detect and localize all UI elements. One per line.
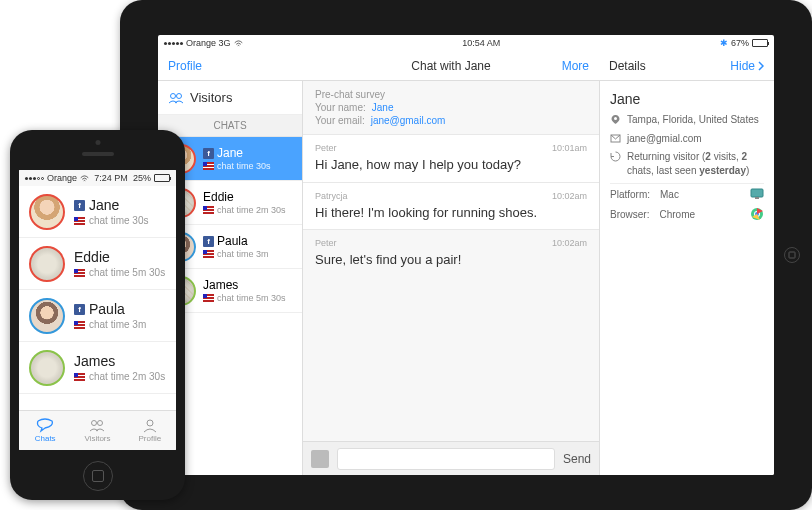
signal-dots-icon <box>25 177 44 180</box>
location-value: Tampa, Florida, United States <box>627 113 759 127</box>
platform-label: Platform: <box>610 189 650 200</box>
flag-icon <box>74 373 85 381</box>
chat-subtitle: chat time 3m <box>217 249 269 259</box>
returning-text: Returning visitor (2 visits, 2 chats, la… <box>627 150 764 177</box>
msg-from: Peter <box>315 238 337 248</box>
facebook-icon: f <box>203 148 214 159</box>
chat-name: James <box>74 353 115 369</box>
avatar <box>29 194 65 230</box>
details-panel: Jane Tampa, Florida, United States jane@… <box>599 81 774 475</box>
msg-text: Hi there! I'm looking for running shoes. <box>315 204 587 222</box>
status-time: 10:54 AM <box>243 38 720 48</box>
profile-link[interactable]: Profile <box>168 59 202 73</box>
list-item[interactable]: fPaulachat time 3m <box>19 290 176 342</box>
chat-name: James <box>203 278 238 292</box>
chats-icon <box>36 418 54 433</box>
tab-label: Chats <box>35 434 56 443</box>
avatar <box>29 350 65 386</box>
list-item[interactable]: fJanechat time 30s <box>19 186 176 238</box>
svg-point-9 <box>98 421 103 426</box>
flag-icon <box>74 217 85 225</box>
iphone-camera <box>95 140 100 145</box>
status-time: 7:24 PM <box>89 173 133 183</box>
send-button[interactable]: Send <box>563 452 591 466</box>
chat-subtitle: chat time 5m 30s <box>217 293 286 303</box>
battery-percent: 67% <box>731 38 749 48</box>
flag-icon <box>74 321 85 329</box>
message-input[interactable] <box>337 448 555 470</box>
chats-section-header: CHATS <box>158 115 302 137</box>
email-icon <box>610 133 621 144</box>
svg-rect-4 <box>755 197 759 199</box>
more-link[interactable]: More <box>562 59 589 73</box>
iphone-device: Orange 7:24 PM 25% fJanechat time 30sEdd… <box>10 130 185 500</box>
chat-area: Pre-chat survey Your name:Jane Your emai… <box>303 81 599 475</box>
pin-icon <box>610 114 621 125</box>
browser-label: Browser: <box>610 209 649 220</box>
email-value: jane@gmial.com <box>627 132 702 146</box>
msg-from: Peter <box>315 143 337 153</box>
svg-point-8 <box>92 421 97 426</box>
tab-bar: ChatsVisitorsProfile <box>19 410 176 450</box>
tab-visitors[interactable]: Visitors <box>71 411 123 450</box>
msg-time: 10:01am <box>552 143 587 153</box>
svg-point-10 <box>147 420 153 426</box>
svg-rect-3 <box>751 189 763 197</box>
msg-time: 10:02am <box>552 191 587 201</box>
survey-name-label: Your name: <box>315 102 366 113</box>
avatar <box>29 298 65 334</box>
tab-chats[interactable]: Chats <box>19 411 71 450</box>
visitors-header[interactable]: Visitors <box>158 81 302 115</box>
ipad-navbar: Profile Chat with Jane More Details Hide <box>158 51 774 81</box>
chat-name: Jane <box>89 197 119 213</box>
chat-subtitle: chat time 30s <box>89 215 148 226</box>
visitors-icon <box>168 92 184 104</box>
survey-email-value: jane@gmail.com <box>371 115 446 126</box>
iphone-home-button[interactable] <box>83 461 113 491</box>
platform-value: Mac <box>660 189 679 200</box>
battery-percent: 25% <box>133 173 151 183</box>
browser-value: Chrome <box>659 209 695 220</box>
svg-point-0 <box>171 93 176 98</box>
chat-message: Peter10:02amSure, let's find you a pair! <box>303 229 599 277</box>
flag-icon <box>203 162 214 170</box>
iphone-speaker <box>82 152 114 156</box>
flag-icon <box>203 206 214 214</box>
chevron-right-icon <box>757 61 764 71</box>
tab-label: Visitors <box>84 434 110 443</box>
msg-text: Hi Jane, how may I help you today? <box>315 156 587 174</box>
flag-icon <box>203 250 214 258</box>
facebook-icon: f <box>74 304 85 315</box>
details-title: Details <box>609 59 646 73</box>
ipad-home-button[interactable] <box>784 247 800 263</box>
battery-icon <box>154 174 170 182</box>
chat-title: Chat with Jane <box>411 59 490 73</box>
avatar <box>29 246 65 282</box>
visitors-icon <box>88 418 106 433</box>
list-item[interactable]: Jameschat time 2m 30s <box>19 342 176 394</box>
svg-point-1 <box>177 93 182 98</box>
hide-link[interactable]: Hide <box>730 59 764 73</box>
message-composer: Send <box>303 441 599 475</box>
chat-subtitle: chat time 30s <box>217 161 271 171</box>
ipad-screen: Orange 3G 10:54 AM ✱ 67% Profile Chat wi… <box>158 35 774 475</box>
ipad-status-bar: Orange 3G 10:54 AM ✱ 67% <box>158 35 774 51</box>
attachment-icon[interactable] <box>311 450 329 468</box>
chat-message: Patrycja10:02amHi there! I'm looking for… <box>303 182 599 230</box>
list-item[interactable]: Eddiechat time 5m 30s <box>19 238 176 290</box>
survey-email-label: Your email: <box>315 115 365 126</box>
iphone-screen: Orange 7:24 PM 25% fJanechat time 30sEdd… <box>19 170 176 450</box>
facebook-icon: f <box>203 236 214 247</box>
chat-name: Paula <box>217 234 248 248</box>
pre-chat-survey: Pre-chat survey Your name:Jane Your emai… <box>303 81 599 134</box>
carrier-label: Orange 3G <box>186 38 231 48</box>
chat-subtitle: chat time 2m 30s <box>89 371 165 382</box>
signal-dots-icon <box>164 42 183 45</box>
tab-profile[interactable]: Profile <box>124 411 176 450</box>
chat-message: Peter10:01amHi Jane, how may I help you … <box>303 134 599 182</box>
survey-title: Pre-chat survey <box>315 89 587 100</box>
mac-icon <box>750 187 764 201</box>
flag-icon <box>203 294 214 302</box>
chat-name: Eddie <box>74 249 110 265</box>
returning-icon <box>610 151 621 162</box>
